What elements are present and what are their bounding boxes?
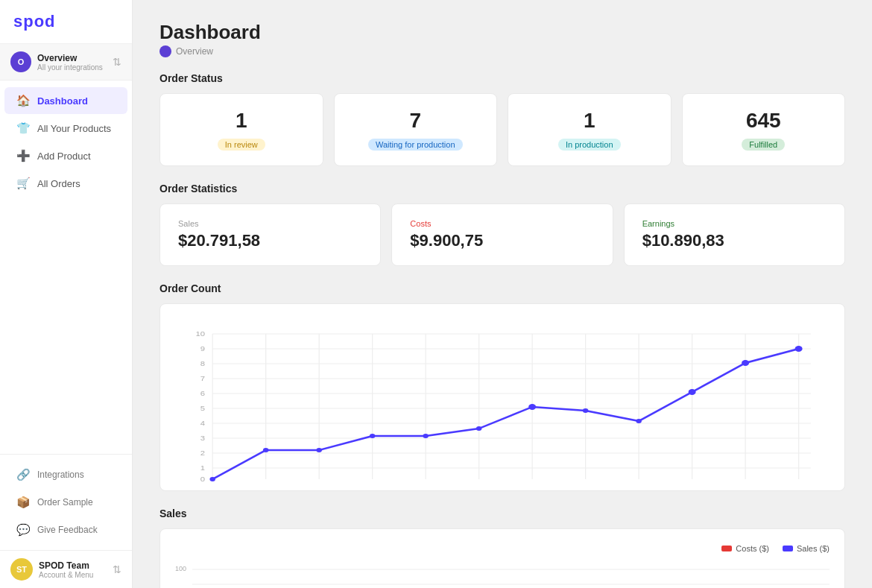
- sidebar-item-label: Integrations: [37, 470, 84, 480]
- sidebar-item-label: Add Product: [37, 151, 91, 162]
- legend-costs-dot: [721, 546, 732, 551]
- svg-text:Nov: Nov: [205, 482, 221, 483]
- stats-card-sales: Sales $20.791,58: [159, 203, 381, 266]
- svg-point-35: [316, 448, 322, 452]
- user-area[interactable]: ST SPOD Team Account & Menu ⇅: [0, 550, 132, 588]
- stats-value: $10.890,83: [642, 231, 827, 250]
- stats-value: $20.791,58: [178, 231, 362, 250]
- account-sub: All your integrations: [37, 63, 113, 72]
- status-cards: 1 In review 7 Waiting for production 1 I…: [159, 93, 845, 166]
- sales-section-wrapper: Sales Costs ($) Sales ($) 100: [159, 508, 845, 588]
- orders-icon: 🛒: [16, 177, 30, 190]
- svg-text:Mar: Mar: [418, 482, 433, 483]
- dashboard-icon: 🏠: [16, 94, 30, 107]
- status-badge: Fulfilled: [742, 139, 785, 151]
- svg-text:2: 2: [200, 449, 206, 457]
- status-number: 7: [353, 109, 479, 133]
- svg-text:3: 3: [200, 434, 206, 442]
- svg-point-44: [795, 346, 803, 352]
- svg-text:9: 9: [200, 345, 206, 353]
- sales-chart-container: 100: [175, 562, 830, 588]
- sidebar-item-label: Dashboard: [37, 95, 88, 107]
- sidebar-bottom-nav: 🔗 Integrations 📦 Order Sample 💬 Give Fee…: [0, 454, 132, 550]
- legend-costs: Costs ($): [721, 544, 769, 553]
- sidebar-item-integrations[interactable]: 🔗 Integrations: [4, 461, 127, 488]
- main-content: Dashboard Overview Order Status 1 In rev…: [133, 0, 872, 588]
- svg-text:Dec: Dec: [259, 482, 274, 483]
- svg-point-40: [583, 408, 589, 413]
- sales-chart-section: Costs ($) Sales ($) 100: [159, 528, 845, 588]
- svg-point-36: [370, 434, 376, 438]
- sales-chart-svg: [192, 562, 830, 588]
- svg-point-41: [636, 419, 642, 423]
- sidebar-item-all-your-products[interactable]: 👕 All Your Products: [4, 115, 127, 142]
- account-switcher[interactable]: O Overview All your integrations ⇅: [0, 44, 132, 80]
- chevron-icon: ⇅: [113, 56, 121, 68]
- legend-costs-label: Costs ($): [736, 544, 769, 553]
- breadcrumb-icon: [159, 45, 171, 57]
- stats-card-costs: Costs $9.900,75: [391, 203, 613, 266]
- order-statistics-title: Order Statistics: [159, 183, 845, 195]
- legend-sales-dot: [783, 546, 793, 551]
- order-count-title: Order Count: [159, 282, 845, 294]
- breadcrumb: Overview: [159, 45, 845, 57]
- stats-label: Costs: [410, 219, 594, 228]
- svg-text:8: 8: [200, 360, 206, 367]
- svg-text:Aug: Aug: [685, 482, 700, 483]
- sales-y-label: 100: [175, 562, 186, 572]
- status-card-in-review: 1 In review: [159, 93, 323, 166]
- status-number: 645: [701, 109, 827, 133]
- sales-legend: Costs ($) Sales ($): [175, 544, 830, 553]
- account-name: Overview: [37, 53, 113, 63]
- svg-text:Jan: Jan: [312, 482, 326, 483]
- main-nav: 🏠 Dashboard 👕 All Your Products ➕ Add Pr…: [0, 80, 132, 454]
- sidebar-item-all-orders[interactable]: 🛒 All Orders: [4, 170, 127, 197]
- sidebar-item-give-feedback[interactable]: 💬 Give Feedback: [4, 516, 127, 543]
- avatar: ST: [10, 558, 33, 581]
- svg-text:1: 1: [200, 464, 206, 472]
- svg-point-34: [263, 448, 269, 452]
- legend-sales: Sales ($): [783, 544, 830, 553]
- svg-text:5: 5: [200, 405, 206, 412]
- sales-title: Sales: [159, 508, 845, 519]
- svg-text:6: 6: [200, 390, 206, 397]
- order-count-chart-section: 10 9 8 7 6 5 4 3 2 1 0: [159, 303, 845, 491]
- stats-label: Earnings: [642, 219, 827, 228]
- sidebar-item-dashboard[interactable]: 🏠 Dashboard: [4, 87, 127, 114]
- sidebar-item-label: Order Sample: [37, 497, 93, 508]
- status-card-in-production: 1 In production: [508, 93, 672, 166]
- order-status-title: Order Status: [159, 72, 845, 84]
- sidebar-item-label: Give Feedback: [37, 525, 98, 535]
- status-badge: In review: [218, 139, 265, 151]
- stats-cards: Sales $20.791,58 Costs $9.900,75 Earning…: [159, 203, 845, 266]
- legend-sales-label: Sales ($): [797, 544, 830, 553]
- svg-text:Oct: Oct: [792, 482, 806, 483]
- svg-text:4: 4: [200, 420, 206, 427]
- account-info: Overview All your integrations: [37, 53, 113, 72]
- svg-point-42: [689, 389, 696, 395]
- svg-text:Apr: Apr: [473, 482, 486, 483]
- sidebar-item-label: All Orders: [37, 178, 80, 189]
- integrations-icon: 🔗: [16, 468, 30, 481]
- sidebar: spod O Overview All your integrations ⇅ …: [0, 0, 133, 588]
- svg-point-33: [209, 477, 215, 481]
- status-number: 1: [526, 109, 653, 133]
- account-icon: O: [10, 51, 31, 72]
- sidebar-item-add-product[interactable]: ➕ Add Product: [4, 142, 127, 169]
- svg-text:Jul: Jul: [634, 482, 644, 483]
- sidebar-item-label: All Your Products: [37, 123, 111, 134]
- add-icon: ➕: [16, 149, 30, 162]
- svg-text:Sep: Sep: [738, 482, 753, 483]
- svg-point-39: [528, 404, 536, 410]
- logo-area: spod: [0, 0, 132, 44]
- page-title: Dashboard: [159, 21, 845, 44]
- svg-point-37: [423, 434, 429, 438]
- user-name: SPOD Team: [39, 560, 113, 571]
- status-card-fulfilled: 645 Fulfilled: [682, 93, 846, 166]
- status-badge: In production: [558, 139, 621, 151]
- feedback-icon: 💬: [16, 523, 30, 537]
- svg-text:Feb: Feb: [365, 482, 380, 483]
- svg-point-38: [476, 426, 482, 431]
- sidebar-item-order-sample[interactable]: 📦 Order Sample: [4, 489, 127, 516]
- svg-point-43: [742, 360, 749, 366]
